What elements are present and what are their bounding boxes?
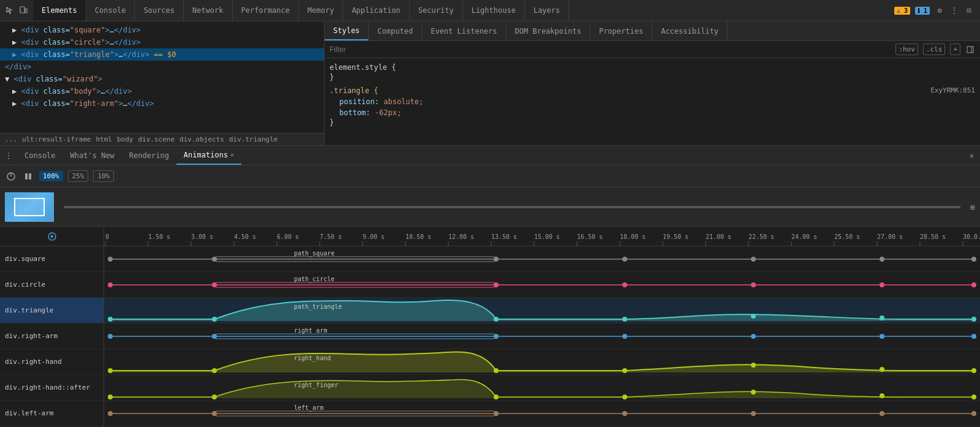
breadcrumb-iframe[interactable]: ult:result-iframe xyxy=(22,135,91,143)
svg-rect-6 xyxy=(25,173,28,179)
styles-tabs: Styles Computed Event Listeners DOM Brea… xyxy=(325,21,980,41)
svg-point-55 xyxy=(108,257,113,262)
svg-point-93 xyxy=(494,368,499,373)
tab-rendering[interactable]: Rendering xyxy=(122,146,176,165)
svg-text:15.00 s: 15.00 s xyxy=(534,233,560,240)
more-icon[interactable]: ⋮ xyxy=(949,6,959,15)
info-badge: ℹ 1 xyxy=(915,7,930,15)
labels-col: div.square div.circle div.triangle div.r… xyxy=(0,227,104,427)
svg-text:right arm: right arm xyxy=(294,327,327,334)
animations-tab-close[interactable]: ✕ xyxy=(230,151,234,158)
timeline-settings-icon[interactable]: ≡ xyxy=(970,202,975,212)
breadcrumb-body[interactable]: body xyxy=(117,135,134,143)
svg-text:7.50 s: 7.50 s xyxy=(320,233,342,240)
tab-styles[interactable]: Styles xyxy=(325,21,369,40)
svg-point-67 xyxy=(494,282,499,287)
svg-point-110 xyxy=(212,411,217,416)
tab-network[interactable]: Network xyxy=(184,0,233,21)
label-right-hand[interactable]: div.right-hand xyxy=(0,349,104,375)
tab-animations[interactable]: Animations ✕ xyxy=(176,146,241,165)
style-rule-triangle: .triangle { ExyYRMK:851 position: absolu… xyxy=(330,86,975,127)
bottom-tab-more[interactable]: ⋮ xyxy=(0,151,17,160)
tab-sources[interactable]: Sources xyxy=(135,0,184,21)
dom-line-body[interactable]: ▶ <div class="body">…</div> xyxy=(0,85,324,97)
svg-text:21.00 s: 21.00 s xyxy=(706,233,731,240)
cls-button[interactable]: .cls xyxy=(923,43,946,55)
label-left-arm[interactable]: div.left-arm xyxy=(0,401,104,426)
tab-properties[interactable]: Properties xyxy=(590,21,652,40)
breadcrumb: ... ult:result-iframe html body div.scen… xyxy=(0,133,324,145)
speed-100-button[interactable]: 100% xyxy=(39,171,63,181)
svg-point-112 xyxy=(622,411,627,416)
svg-point-79 xyxy=(971,317,976,322)
tab-lighthouse[interactable]: Lighthouse xyxy=(463,0,525,21)
styles-toolbar: :hov .cls + xyxy=(325,41,980,58)
nav-right: ⚠ 3 ℹ 1 ⚙ ⋮ ⊡ xyxy=(888,6,980,15)
style-rule-element: element.style { } xyxy=(330,63,975,81)
svg-point-104 xyxy=(880,393,884,398)
tab-console[interactable]: Console xyxy=(86,0,135,21)
svg-point-101 xyxy=(494,395,499,399)
tab-whats-new[interactable]: What's New xyxy=(63,146,122,165)
tab-memory[interactable]: Memory xyxy=(299,0,343,21)
tab-layers[interactable]: Layers xyxy=(525,0,569,21)
svg-point-74 xyxy=(212,317,217,322)
hov-button[interactable]: :hov xyxy=(895,43,918,55)
dom-line-triangle[interactable]: ▶ <div class="triangle">…</div> == $0 xyxy=(0,48,324,61)
tab-event-listeners[interactable]: Event Listeners xyxy=(422,21,506,40)
add-style-button[interactable]: + xyxy=(950,43,960,55)
track-right-hand-after: right_finger xyxy=(104,375,980,401)
dom-line-wizard[interactable]: ▼ <div class="wizard"> xyxy=(0,73,324,85)
label-triangle[interactable]: div.triangle xyxy=(0,298,104,323)
label-circle[interactable]: div.circle xyxy=(0,272,104,298)
label-right-hand-after[interactable]: div.right-hand::after xyxy=(0,375,104,401)
breadcrumb-triangle[interactable]: div.triangle xyxy=(229,135,277,143)
triangle-source[interactable]: ExyYRMK:851 xyxy=(930,86,975,96)
filter-input[interactable] xyxy=(330,45,891,54)
track-circle: path_circle xyxy=(104,272,980,298)
label-square[interactable]: div.square xyxy=(0,246,104,272)
svg-text:22.50 s: 22.50 s xyxy=(748,233,774,240)
tab-elements[interactable]: Elements xyxy=(33,0,86,21)
bottom-panel-close[interactable]: ✕ xyxy=(963,151,980,160)
svg-point-78 xyxy=(880,316,884,320)
undock-icon[interactable]: ⊡ xyxy=(964,6,974,15)
dom-line-square[interactable]: ▶ <div class="square">…</div> xyxy=(0,24,324,36)
tab-application[interactable]: Application xyxy=(343,0,409,21)
breadcrumb-more[interactable]: ... xyxy=(5,135,17,143)
svg-rect-1 xyxy=(25,9,27,13)
speed-10-button[interactable]: 10% xyxy=(93,170,114,182)
replay-button[interactable] xyxy=(5,170,17,183)
speed-25-button[interactable]: 25% xyxy=(68,170,89,182)
svg-point-73 xyxy=(108,317,113,322)
ruler-spacer xyxy=(0,227,104,246)
svg-point-56 xyxy=(212,257,217,262)
dom-line-right-arm[interactable]: ▶ <div class="right-arm">…</div> xyxy=(0,97,324,110)
breadcrumb-scene[interactable]: div.scene xyxy=(138,135,175,143)
dom-line-circle[interactable]: ▶ <div class="circle">…</div> xyxy=(0,36,324,48)
breadcrumb-objects[interactable]: div.objects xyxy=(179,135,224,143)
left-panel: ▶ <div class="square">…</div> ▶ <div cla… xyxy=(0,21,325,145)
tab-accessibility[interactable]: Accessibility xyxy=(652,21,728,40)
svg-text:12.00 s: 12.00 s xyxy=(448,233,474,240)
tab-performance[interactable]: Performance xyxy=(233,0,299,21)
tab-security[interactable]: Security xyxy=(410,0,463,21)
svg-point-61 xyxy=(971,257,976,262)
pause-button[interactable] xyxy=(22,170,34,183)
breadcrumb-html[interactable]: html xyxy=(96,135,112,143)
svg-text:0: 0 xyxy=(105,233,109,240)
svg-point-100 xyxy=(212,395,217,399)
right-panel: Styles Computed Event Listeners DOM Brea… xyxy=(325,21,980,145)
expand-sidebar-icon[interactable] xyxy=(965,45,975,55)
label-right-arm[interactable]: div.right-arm xyxy=(0,323,104,349)
settings-icon[interactable]: ⚙ xyxy=(935,6,944,15)
dom-line-close-div[interactable]: </div> xyxy=(0,61,324,73)
tab-console-bottom[interactable]: Console xyxy=(17,146,63,165)
tab-computed[interactable]: Computed xyxy=(369,21,422,40)
track-right-arm: right arm xyxy=(104,323,980,349)
nav-tabs: Elements Console Sources Network Perform… xyxy=(33,0,569,21)
tab-dom-breakpoints[interactable]: DOM Breakpoints xyxy=(507,21,590,40)
svg-point-114 xyxy=(880,411,884,416)
select-icon[interactable] xyxy=(5,6,15,15)
device-icon[interactable] xyxy=(18,6,28,15)
